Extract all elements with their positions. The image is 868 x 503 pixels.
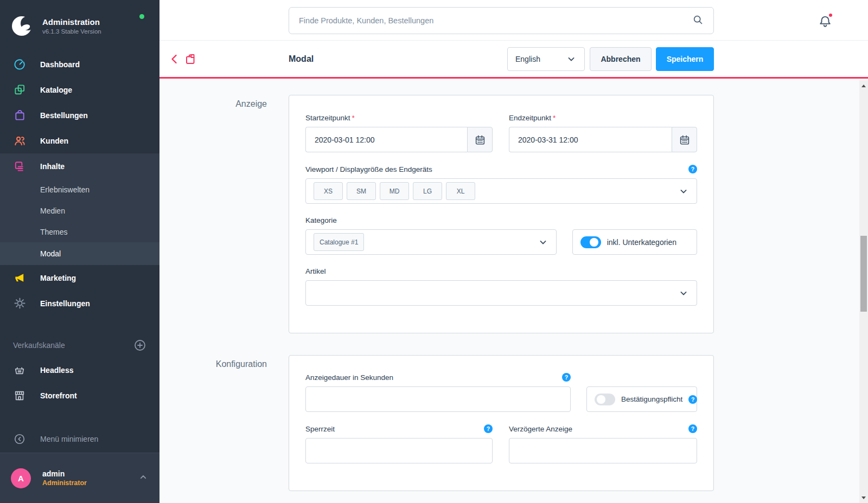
app-title-block: Administration v6.1.3 Stable Version <box>42 17 101 35</box>
viewport-tag[interactable]: XL <box>446 182 475 200</box>
section-label-konfiguration: Konfiguration <box>159 355 289 491</box>
duration-input[interactable] <box>306 395 570 404</box>
sidebar-group-inhalte: Inhalte Erlebniswelten Medien Themes Mod… <box>0 153 159 265</box>
app-title: Administration <box>42 17 101 27</box>
sidebar-item-bestellungen[interactable]: Bestellungen <box>0 102 159 128</box>
sidebar-item-kunden[interactable]: Kunden <box>0 128 159 153</box>
viewport-tag[interactable]: SM <box>347 182 376 200</box>
sidebar-item-storefront[interactable]: Storefront <box>0 383 159 408</box>
cancel-button[interactable]: Abbrechen <box>590 47 652 71</box>
end-time-label: Endzeitpunkt* <box>509 114 697 122</box>
sidebar-spacer <box>0 408 159 425</box>
delayed-display-help-icon[interactable]: ? <box>688 424 697 433</box>
viewport-tag[interactable]: XS <box>314 182 343 200</box>
sidebar: Administration v6.1.3 Stable Version Das… <box>0 0 159 503</box>
section-label-anzeige: Anzeige <box>159 95 289 333</box>
top-toolbar <box>159 0 868 41</box>
sidebar-item-headless[interactable]: Headless <box>0 357 159 383</box>
back-button[interactable] <box>168 53 181 66</box>
viewport-help-icon[interactable]: ? <box>688 165 697 173</box>
sidebar-item-dashboard[interactable]: Dashboard <box>0 51 159 77</box>
marketing-megaphone-icon <box>13 272 26 285</box>
sidebar-item-marketing[interactable]: Marketing <box>0 265 159 291</box>
user-name: admin <box>42 469 138 478</box>
sidebar-subitem-medien[interactable]: Medien <box>0 200 159 221</box>
sidebar-item-label: Bestellungen <box>40 111 88 120</box>
required-marker: * <box>553 114 556 122</box>
search-input[interactable] <box>299 16 692 25</box>
language-select-value: English <box>515 55 566 63</box>
lock-time-label: Sperrzeit <box>305 425 335 433</box>
sidebar-item-inhalte[interactable]: Inhalte <box>0 153 159 179</box>
page-title: Modal <box>289 54 314 64</box>
user-menu[interactable]: A admin Administrator <box>0 453 159 503</box>
sidebar-item-label: Dashboard <box>40 60 80 69</box>
notifications-button[interactable] <box>818 14 832 28</box>
sidebar-item-label: Kunden <box>40 137 68 145</box>
sidebar-subitem-modal[interactable]: Modal <box>0 242 159 265</box>
sidebar-item-label: Storefront <box>40 391 77 400</box>
app-version: v6.1.3 Stable Version <box>42 28 101 35</box>
viewport-tag[interactable]: LG <box>413 182 442 200</box>
sidebar-item-label: Kataloge <box>40 86 72 94</box>
start-time-input[interactable] <box>306 136 467 144</box>
duration-help-icon[interactable]: ? <box>562 373 571 382</box>
lock-time-input[interactable] <box>306 447 492 455</box>
scrollbar-up-arrow[interactable] <box>859 81 868 90</box>
sidebar-item-einstellungen[interactable]: Einstellungen <box>0 291 159 316</box>
module-icon <box>184 53 197 66</box>
sidebar-item-label: Headless <box>40 366 73 375</box>
search-icon[interactable] <box>692 14 704 28</box>
dashboard-icon <box>13 58 26 71</box>
viewport-tag[interactable]: MD <box>380 182 409 200</box>
lock-time-field <box>305 438 493 463</box>
user-role: Administrator <box>42 479 138 487</box>
catalogues-icon <box>13 83 26 96</box>
article-select[interactable] <box>305 280 697 306</box>
subcategories-toggle-label: inkl. Unterkategorien <box>607 238 676 247</box>
start-time-field <box>305 127 493 152</box>
notification-badge-dot <box>828 12 833 18</box>
subcategories-toggle-box: inkl. Unterkategorien <box>572 229 697 255</box>
confirmation-toggle[interactable] <box>595 394 615 405</box>
settings-gear-icon <box>13 297 26 310</box>
chevron-down-icon <box>678 186 689 197</box>
collapse-menu-button[interactable]: Menü minimieren <box>0 425 159 453</box>
end-time-input[interactable] <box>509 136 672 144</box>
chevron-down-icon <box>566 54 577 65</box>
duration-field <box>305 386 571 412</box>
delayed-display-input[interactable] <box>509 447 697 455</box>
shopware-logo-icon <box>11 15 33 37</box>
sidebar-spacer <box>0 316 159 333</box>
confirmation-help-icon[interactable]: ? <box>688 395 697 404</box>
subcategories-toggle[interactable] <box>580 236 601 248</box>
sidebar-subitem-themes[interactable]: Themes <box>0 221 159 242</box>
lock-time-help-icon[interactable]: ? <box>484 424 493 433</box>
vertical-scrollbar[interactable] <box>859 80 868 503</box>
scrollbar-thumb[interactable] <box>860 236 867 312</box>
sales-channels-header: Verkaufskanäle <box>0 333 159 357</box>
customers-icon <box>13 134 26 147</box>
online-status-dot <box>139 14 144 19</box>
end-time-calendar-button[interactable] <box>672 127 697 152</box>
main-area: Modal English Abbrechen Speichern Anzeig… <box>159 0 868 503</box>
language-select[interactable]: English <box>507 47 585 71</box>
category-select[interactable]: Catalogue #1 <box>305 229 557 255</box>
storefront-icon <box>13 389 26 402</box>
category-label: Kategorie <box>305 216 697 224</box>
add-sales-channel-button[interactable] <box>133 339 146 352</box>
start-time-label: Startzeitpunkt* <box>305 114 493 122</box>
duration-label: Anzeigedauer in Sekunden <box>305 373 393 382</box>
global-search[interactable] <box>289 7 714 34</box>
save-button[interactable]: Speichern <box>656 47 714 71</box>
sidebar-item-label: Einstellungen <box>40 299 90 308</box>
sidebar-item-kataloge[interactable]: Kataloge <box>0 77 159 102</box>
app-logo-row[interactable]: Administration v6.1.3 Stable Version <box>0 0 159 51</box>
delayed-display-label: Verzögerte Anzeige <box>509 425 572 433</box>
sidebar-subitem-erlebniswelten[interactable]: Erlebniswelten <box>0 179 159 200</box>
category-tag[interactable]: Catalogue #1 <box>314 233 364 251</box>
scrollbar-down-arrow[interactable] <box>859 493 868 502</box>
viewport-multiselect[interactable]: XS SM MD LG XL <box>305 178 697 204</box>
start-time-calendar-button[interactable] <box>467 127 493 152</box>
anzeige-card: Startzeitpunkt* <box>289 95 714 333</box>
